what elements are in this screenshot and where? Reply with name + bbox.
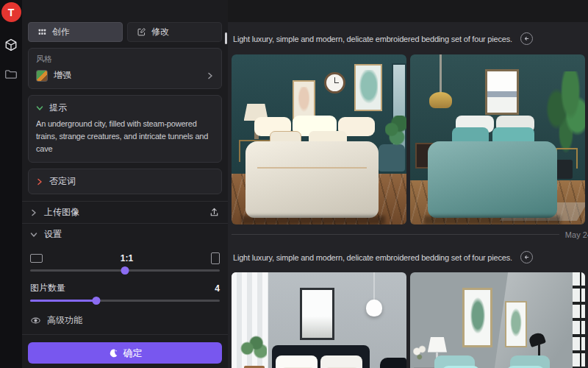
prompt-input[interactable]: An underground city, filled with steam-p… — [36, 118, 214, 155]
tab-modify-label: 修改 — [151, 26, 169, 38]
tab-create-label: 创作 — [52, 26, 70, 38]
table-lamp — [428, 337, 447, 353]
reuse-prompt-icon[interactable] — [520, 32, 533, 45]
upload-image-label: 上传图像 — [44, 206, 79, 219]
confirm-button-label: 确定 — [123, 347, 143, 360]
negative-prompt-header[interactable]: 否定词 — [36, 175, 214, 188]
negative-prompt-card: 否定词 — [28, 169, 222, 194]
plant — [385, 116, 406, 146]
duvet — [245, 141, 379, 218]
style-thumbnail — [36, 70, 48, 82]
settings-header[interactable]: 设置 — [22, 224, 228, 245]
pendant-lamp — [429, 92, 452, 108]
date-label: May 24, — [565, 230, 588, 239]
portrait-ratio-icon[interactable] — [211, 252, 220, 264]
app-logo[interactable]: T — [1, 2, 21, 22]
chevron-right-icon — [30, 209, 37, 216]
flowers — [412, 344, 429, 366]
eye-icon — [30, 315, 41, 326]
generated-image[interactable] — [232, 272, 406, 368]
tab-modify[interactable]: 修改 — [127, 22, 222, 42]
chevron-right-icon — [36, 178, 43, 185]
generated-image[interactable] — [232, 54, 406, 224]
plant — [237, 333, 266, 361]
feed-topbar — [228, 0, 588, 22]
tab-create[interactable]: 创作 — [28, 22, 123, 42]
chevron-down-icon — [36, 105, 43, 112]
divider — [22, 334, 228, 335]
nightstand — [556, 148, 578, 169]
model-cube-icon[interactable] — [4, 38, 18, 52]
upload-image-row[interactable]: 上传图像 — [22, 202, 228, 223]
window — [573, 272, 585, 368]
post-caption-row: Light luxury, simple and modern, delicat… — [232, 22, 585, 54]
edit-icon — [137, 27, 146, 37]
wall-art-leaf — [354, 64, 382, 112]
image-count-label: 图片数量 — [30, 282, 65, 294]
settings-label: 设置 — [44, 228, 62, 241]
image-count-slider-thumb[interactable] — [93, 297, 101, 305]
aspect-ratio-slider[interactable] — [30, 266, 220, 275]
moon-icon — [108, 348, 118, 358]
style-card: 风格 增强 — [28, 48, 222, 89]
pendant-cord — [440, 54, 441, 93]
negative-prompt-label: 否定词 — [49, 175, 76, 188]
style-selector[interactable]: 增强 — [29, 66, 221, 88]
pendant-lamp — [366, 300, 381, 316]
folder-icon[interactable] — [4, 68, 18, 81]
date-divider: May 24, — [232, 224, 588, 244]
prompt-header[interactable]: 提示 — [36, 102, 214, 114]
feed-scroll-area[interactable]: Light luxury, simple and modern, delicat… — [228, 22, 588, 368]
post-caption: Light luxury, simple and modern, delicat… — [233, 35, 512, 43]
style-value: 增强 — [54, 69, 201, 82]
settings-body: 1:1 图片数量 4 高级功能 — [22, 245, 228, 331]
pendant-cord — [373, 272, 375, 301]
results-feed: Light luxury, simple and modern, delicat… — [228, 0, 588, 368]
image-grid-row-2 — [232, 272, 585, 368]
generation-panel: 创作 修改 风格 增强 提示 An underground city, fill… — [22, 0, 228, 368]
wall-art-feather — [293, 80, 315, 121]
chevron-down-icon — [30, 231, 37, 238]
panel-scrollbar[interactable] — [225, 32, 227, 44]
mode-tabs: 创作 修改 — [28, 22, 222, 42]
create-grid-icon — [37, 27, 47, 37]
style-label: 风格 — [29, 49, 221, 66]
generated-image[interactable] — [410, 272, 585, 368]
wall-art-leaf — [462, 288, 492, 347]
image-count-value: 4 — [215, 283, 220, 294]
wall-clock — [324, 72, 345, 93]
landscape-ratio-icon[interactable] — [30, 254, 43, 263]
prompt-card: 提示 An underground city, filled with stea… — [28, 95, 222, 163]
post-caption-row: Light luxury, simple and modern, delicat… — [232, 244, 585, 272]
reuse-prompt-icon[interactable] — [520, 251, 533, 263]
advanced-features-label: 高级功能 — [47, 314, 82, 327]
aspect-ratio-row: 1:1 — [30, 252, 220, 264]
app-rail: T — [0, 0, 22, 368]
aspect-ratio-value: 1:1 — [121, 253, 133, 263]
image-grid-row-1 — [232, 54, 585, 224]
duvet — [428, 141, 557, 218]
advanced-features-row[interactable]: 高级功能 — [30, 309, 220, 331]
chevron-right-icon — [207, 72, 214, 79]
armchair — [380, 358, 406, 368]
confirm-button[interactable]: 确定 — [28, 342, 222, 364]
wall-art-leaf — [505, 301, 528, 347]
generated-image[interactable] — [410, 54, 585, 224]
image-count-row: 图片数量 4 — [30, 282, 220, 294]
aspect-ratio-slider-thumb[interactable] — [121, 266, 129, 275]
post-caption: Light luxury, simple and modern, delicat… — [233, 253, 512, 262]
prompt-label: 提示 — [49, 102, 67, 114]
wall-art — [485, 69, 518, 115]
armchair — [379, 144, 405, 171]
wall-art — [300, 288, 335, 341]
upload-icon[interactable] — [209, 207, 220, 218]
image-count-slider[interactable] — [30, 296, 220, 305]
